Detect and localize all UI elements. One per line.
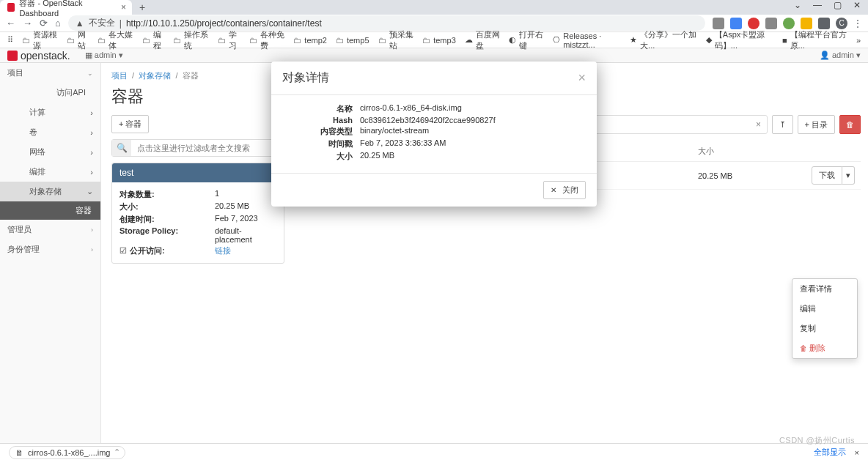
- puzzle-icon[interactable]: [818, 18, 830, 29]
- sidebar-identity[interactable]: 身份管理›: [0, 239, 100, 259]
- crumb-project[interactable]: 项目: [111, 71, 128, 80]
- row-menu-toggle[interactable]: ▾: [842, 166, 855, 185]
- bookmark-item[interactable]: ■ 【编程平台官方原...: [782, 29, 847, 51]
- tab-title: 容器 - OpenStack Dashboard: [19, 0, 110, 18]
- overflow-icon[interactable]: »: [856, 36, 861, 45]
- sidebar-api[interactable]: 访问API: [0, 83, 100, 103]
- add-container-button[interactable]: + 容器: [111, 115, 149, 133]
- bookmark-folder[interactable]: 🗀各大媒体: [98, 29, 133, 51]
- browser-tabs: 容器 - OpenStack Dashboard × + ⌄ — ▢ ✕: [0, 0, 868, 15]
- object-details-modal: 对象详情 × 名称cirros-0.6.1-x86_64-disk.img Ha…: [271, 62, 597, 207]
- ext-icon[interactable]: [730, 18, 742, 29]
- public-link[interactable]: 链接: [215, 245, 276, 256]
- add-folder-button[interactable]: + 目录: [798, 115, 835, 134]
- bookmark-item[interactable]: ◐ 打开右键: [509, 29, 544, 51]
- profile-avatar[interactable]: C: [836, 18, 847, 29]
- container-name[interactable]: test: [112, 163, 284, 182]
- download-bar: 🗎 cirros-0.6.1-x86_....img ⌃ 全部显示 ×: [0, 443, 868, 461]
- domain-selector[interactable]: ▦ admin ▾: [85, 51, 123, 60]
- insecure-label: 不安全: [89, 17, 115, 29]
- sidebar-project[interactable]: 项目⌄: [0, 63, 100, 83]
- home-icon[interactable]: ⌂: [55, 18, 61, 29]
- row-action-menu: 查看详情 编辑 复制 删除: [792, 278, 858, 359]
- modal-name: cirros-0.6.1-x86_64-disk.img: [360, 103, 586, 114]
- modal-close-button[interactable]: 关闭: [543, 181, 586, 199]
- search-icon[interactable]: 🔍: [112, 140, 131, 156]
- crumb-current: 容器: [183, 71, 199, 80]
- ublock-icon[interactable]: [748, 18, 760, 29]
- bookmark-folder[interactable]: 🗀资源根源: [22, 29, 58, 51]
- crumb-objectstore[interactable]: 对象存储: [139, 71, 171, 80]
- ext-icon[interactable]: [783, 18, 795, 29]
- modal-size: 20.25 MB: [360, 151, 586, 162]
- container-panel: test 对象数量:1 大小:20.25 MB 创建时间:Feb 7, 2023…: [111, 163, 284, 264]
- sidebar-orchestration[interactable]: 编排›: [0, 162, 100, 182]
- bookmark-folder[interactable]: 🗀网站: [67, 29, 89, 51]
- sidebar-containers[interactable]: 容器: [0, 201, 100, 220]
- insecure-icon: ▲: [76, 18, 84, 29]
- bookmark-folder[interactable]: 🗀temp3: [422, 36, 456, 45]
- close-download-bar-icon[interactable]: ×: [855, 448, 859, 457]
- trash-icon: 🗑: [846, 120, 854, 129]
- back-icon[interactable]: ←: [6, 18, 15, 29]
- menu-delete[interactable]: 删除: [792, 338, 857, 358]
- menu-copy[interactable]: 复制: [792, 319, 857, 338]
- tab-favicon: [7, 3, 15, 12]
- bookmark-folder[interactable]: 🗀操作系统: [173, 29, 209, 51]
- bookmark-item[interactable]: ★ 《分享》一个加大...: [630, 29, 697, 51]
- bookmark-folder[interactable]: 🗀编程: [142, 29, 165, 51]
- apps-icon[interactable]: ⠿: [7, 35, 13, 45]
- clear-search-icon[interactable]: ×: [751, 116, 767, 133]
- minimize-icon[interactable]: —: [813, 0, 822, 15]
- sidebar-compute[interactable]: 计算›: [0, 103, 100, 122]
- modal-content-type: binary/octet-stream: [360, 126, 586, 137]
- tab-close-icon[interactable]: ×: [121, 2, 126, 12]
- new-tab-button[interactable]: +: [132, 0, 152, 15]
- bookmark-folder[interactable]: 🗀学习: [218, 29, 240, 51]
- bookmark-folder[interactable]: 🗀temp5: [336, 36, 369, 45]
- download-item[interactable]: 🗎 cirros-0.6.1-x86_....img ⌃: [9, 446, 125, 459]
- bookmark-item[interactable]: ⎔ Releases · mistzzt...: [553, 31, 621, 49]
- download-button[interactable]: 下载: [812, 166, 842, 185]
- bookmark-item[interactable]: ☁ 百度网盘: [465, 29, 501, 51]
- bookmark-folder[interactable]: 🗀各种免费: [249, 29, 285, 51]
- user-menu[interactable]: 👤 admin ▾: [820, 51, 861, 60]
- menu-edit[interactable]: 编辑: [792, 299, 857, 319]
- show-all-downloads[interactable]: 全部显示: [814, 447, 846, 458]
- modal-close-icon[interactable]: ×: [578, 70, 586, 86]
- bookmarks-bar: ⠿ 🗀资源根源 🗀网站 🗀各大媒体 🗀编程 🗀操作系统 🗀学习 🗀各种免费 🗀t…: [0, 32, 868, 48]
- chevron-up-icon[interactable]: ⌃: [114, 447, 120, 457]
- reload-icon[interactable]: ⟳: [40, 18, 48, 29]
- ext-icon[interactable]: [801, 18, 812, 29]
- sidebar-object-store[interactable]: 对象存储⌄: [0, 182, 100, 201]
- container-search-input[interactable]: [131, 140, 284, 156]
- chevron-down-icon[interactable]: ⌄: [794, 0, 801, 15]
- delete-container-button[interactable]: 🗑: [839, 115, 861, 134]
- window-controls: ⌄ — ▢ ✕: [787, 0, 868, 15]
- sidebar-network[interactable]: 网络›: [0, 142, 100, 162]
- browser-tab[interactable]: 容器 - OpenStack Dashboard ×: [0, 0, 132, 15]
- col-size[interactable]: 大小: [692, 141, 795, 162]
- bookmark-folder[interactable]: 🗀temp2: [293, 36, 327, 45]
- bookmark-folder[interactable]: 🗀预采集站: [378, 29, 414, 51]
- modal-hash: 0c839612eb3f2469420f2ccae990827f: [360, 116, 586, 125]
- sidebar: 项目⌄ 访问API 计算› 卷› 网络› 编排› 对象存储⌄ 容器 管理员› 身…: [0, 63, 101, 453]
- ext-icon[interactable]: [765, 18, 777, 29]
- url-text: http://10.10.1.250/project/containers/co…: [126, 18, 322, 29]
- bookmark-item[interactable]: ◆ 【Aspx卡盟源码】...: [706, 29, 773, 51]
- modal-timestamp: Feb 7, 2023 3:36:33 AM: [360, 138, 586, 149]
- maximize-icon[interactable]: ▢: [834, 0, 842, 15]
- upload-icon: ⤒: [779, 120, 786, 130]
- forward-icon[interactable]: →: [23, 18, 32, 29]
- upload-button[interactable]: ⤒: [772, 115, 793, 134]
- ext-icon[interactable]: [713, 18, 724, 29]
- openstack-logo[interactable]: openstack.: [7, 50, 70, 62]
- sidebar-volumes[interactable]: 卷›: [0, 122, 100, 142]
- menu-view-details[interactable]: 查看详情: [792, 279, 857, 299]
- sidebar-admin[interactable]: 管理员›: [0, 220, 100, 239]
- kebab-icon[interactable]: ⋮: [853, 18, 862, 29]
- file-icon: 🗎: [15, 448, 23, 457]
- object-size: 20.25 MB: [692, 162, 795, 190]
- extension-icons: C ⋮: [713, 18, 862, 29]
- close-window-icon[interactable]: ✕: [853, 0, 861, 15]
